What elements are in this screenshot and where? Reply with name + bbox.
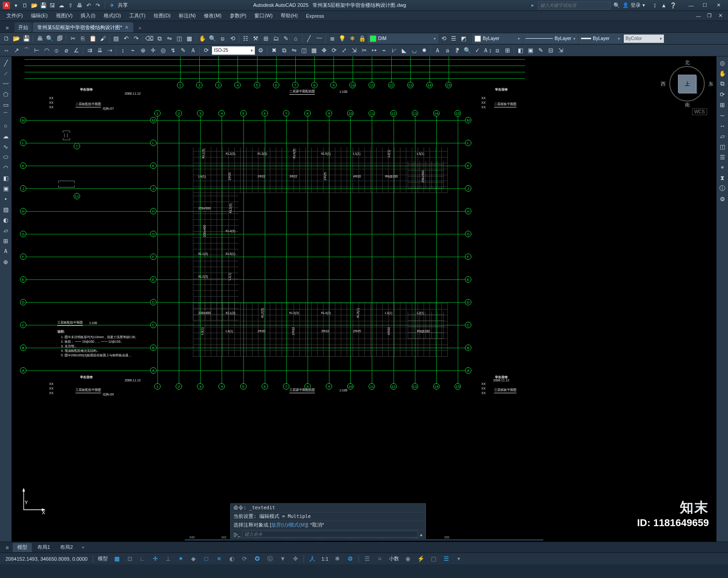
tb-markup-icon[interactable]: ✎ [281,34,290,43]
tb-undo2-icon[interactable]: ↶ [121,34,131,43]
file-tab-active[interactable]: 常州某5层框架中学宿舍楼结构设计图* ✕ [33,22,133,32]
status-vscale[interactable]: 1:1 [319,556,330,562]
draw-ellarc-icon[interactable]: ◠ [1,163,10,172]
tb-redo2-icon[interactable]: ↷ [131,34,141,43]
text-mtext-icon[interactable]: Ａ [433,46,442,55]
new-tab-icon[interactable]: ＋ [135,23,144,32]
tb-copy-icon[interactable]: ⎘ [78,34,87,43]
tb-layerprop-icon[interactable]: ≣ [328,34,337,43]
status-dynamic-icon[interactable]: ✛ [150,554,161,563]
draw-rect-icon[interactable]: ▭ [1,100,10,109]
blk-write-icon[interactable]: ⇲ [556,46,565,55]
status-units-icon[interactable]: ⌗ [374,554,385,563]
tb-erase-icon[interactable]: ⌫ [145,34,154,43]
mod-set-icon[interactable]: ⚙ [718,194,727,203]
tb-tp-icon[interactable]: ⊞ [261,34,270,43]
draw-line-icon[interactable]: ╱ [1,58,10,67]
drawing-canvas[interactable]: 上 北 南 东 西 WCS 123456789101112131415 二层梁平… [12,56,716,542]
tb-layerprev-icon[interactable]: ⟲ [439,34,448,43]
draw-revcloud-icon[interactable]: ☁ [1,132,10,141]
menu-modify[interactable]: 修改(M) [200,11,225,20]
draw-circle-icon[interactable]: ○ [1,121,10,130]
login-dropdown-icon[interactable]: ▾ [642,2,645,8]
blk-edit-icon[interactable]: ✎ [536,46,545,55]
tab-model[interactable]: 模型 [13,543,32,552]
tb-layerfreeze-icon[interactable]: ❄ [348,34,357,43]
lineweight-combo[interactable]: ByLayer ▾ [579,34,622,43]
search-box[interactable] [538,1,611,10]
dimstyle-combo[interactable]: ISO-25 ▾ [212,46,255,55]
status-iso2-icon[interactable]: ☰ [441,554,452,563]
draw-hatch-icon[interactable]: ▨ [1,205,10,214]
undo-icon[interactable]: ↶ [86,2,92,9]
status-iso-icon[interactable]: ◆ [188,554,199,563]
nav-pan-icon[interactable]: ✋ [718,69,727,78]
mod-scale-icon[interactable]: ⤢ [339,46,349,55]
draw-table-icon[interactable]: ⊞ [1,236,10,245]
tb-new-icon[interactable]: 🗋 [2,34,11,43]
status-qp-icon[interactable]: ☰ [362,554,373,563]
tb-layeriso-icon[interactable]: ◩ [459,34,468,43]
status-polar-icon[interactable]: ✶ [175,554,186,563]
menu-express[interactable]: Express [302,12,328,20]
mod-mirror-icon[interactable]: ⇋ [289,46,298,55]
save-icon[interactable]: 💾 [40,2,46,9]
search-submit-icon[interactable]: 🔍 [613,2,620,9]
mod-region2-icon[interactable]: ◫ [718,142,727,151]
mod-fillet-icon[interactable]: ◡ [410,46,419,55]
draw-addsel-icon[interactable]: ⊕ [1,257,10,266]
tb-print-icon[interactable]: 🖶 [35,34,44,43]
layer-combo[interactable]: DIM ▾ [368,34,438,43]
command-line[interactable]: 命令: _textedit 当前设置: 编辑模式 = Multiple 选择注释… [230,503,426,539]
dimstyle-manage-icon[interactable]: ⚙ [256,46,265,55]
blk-attr-icon[interactable]: ⊟ [546,46,555,55]
plotstyle-combo[interactable]: ByColor ▾ [623,34,664,43]
close-tab-icon[interactable]: ✕ [125,25,129,30]
text-scale-icon[interactable]: Ａ↕ [483,46,492,55]
tb-dcn-icon[interactable]: ⚒ [251,34,260,43]
dim-aligned-icon[interactable]: ↗ [12,46,21,55]
mod-trim-icon[interactable]: ✂ [359,46,369,55]
menu-insert[interactable]: 插入(I) [77,11,99,20]
status-annoscale-icon[interactable]: 人 [307,554,318,563]
share-label[interactable]: 共享 [118,2,128,9]
dim-edit-icon[interactable]: ✎ [178,46,187,55]
tb-pan-icon[interactable]: ✋ [198,34,207,43]
autodesk-app-icon[interactable]: ⟟ [652,2,658,9]
tb-ssm-icon[interactable]: 🗂 [271,34,280,43]
status-hwacc-icon[interactable]: ⚡ [415,554,426,563]
dim-jog-icon[interactable]: ↯ [168,46,177,55]
minimize-button[interactable]: — [684,1,698,10]
doc-restore-icon[interactable]: ❐ [704,12,714,20]
mod-erase-icon[interactable]: ✖ [269,46,278,55]
text-spell-icon[interactable]: ✓ [473,46,482,55]
menu-dropdown-icon[interactable]: ▾ [13,2,19,9]
web-open-icon[interactable]: ☁ [58,2,65,9]
mod-stretch-icon[interactable]: ⇲ [349,46,359,55]
dim-quick-icon[interactable]: ⇉ [85,46,94,55]
dim-linear-icon[interactable]: ↔ [2,46,11,55]
mod-array-icon[interactable]: ▦ [309,46,318,55]
add-layout-icon[interactable]: ＋ [78,544,87,551]
maximize-button[interactable]: ☐ [698,1,712,10]
status-infer-icon[interactable]: ∟ [137,554,148,563]
mod-extend-icon[interactable]: ↦ [369,46,379,55]
status-annovis-icon[interactable]: ✱ [332,554,343,563]
tb-cut-icon[interactable]: ✂ [68,34,77,43]
dim-update-icon[interactable]: ⟳ [202,46,211,55]
status-coords[interactable]: 2084152.1493, 346650.8089, 0.0000 [3,556,90,562]
tb-matchprop-icon[interactable]: 🖌 [98,34,107,43]
dim-continue-icon[interactable]: ⇢ [105,46,114,55]
doc-close-icon[interactable]: ✕ [715,12,725,20]
status-cycle-icon[interactable]: ⟳ [239,554,250,563]
dim-inspect-icon[interactable]: ◎ [158,46,167,55]
tb-blockeditor-icon[interactable]: ▧ [111,34,121,43]
tb-pline-icon[interactable]: 〰 [314,34,324,43]
web-save-icon[interactable]: ⇪ [67,2,74,9]
status-ortho-icon[interactable]: ⊥ [162,554,173,563]
status-customize-icon[interactable]: ▾ [454,554,465,563]
status-go-icon[interactable]: ◉ [403,554,414,563]
tb-layerstate-icon[interactable]: ☰ [449,34,458,43]
dim-jogged-icon[interactable]: ⦶ [52,46,61,55]
status-grid-icon[interactable]: ▦ [111,554,122,563]
